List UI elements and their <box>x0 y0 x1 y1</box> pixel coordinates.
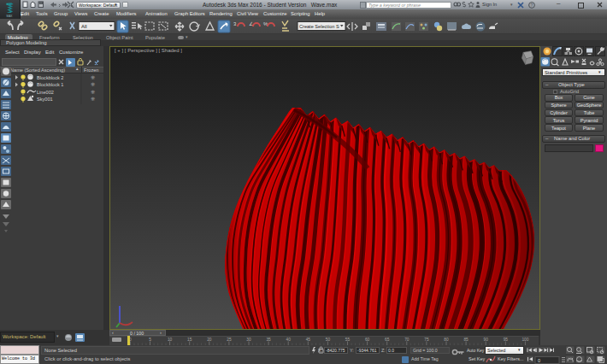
svg-text:Sky001: Sky001 <box>37 97 53 102</box>
svg-text:70: 70 <box>404 338 410 342</box>
svg-text:3: 3 <box>233 21 237 26</box>
svg-text:95: 95 <box>504 338 509 342</box>
svg-text:40: 40 <box>286 338 292 342</box>
svg-text:0: 0 <box>538 358 540 363</box>
svg-text:❋: ❋ <box>91 81 95 87</box>
svg-text:Blockblock 1: Blockblock 1 <box>37 82 63 87</box>
svg-text:20: 20 <box>207 338 212 342</box>
svg-text:80: 80 <box>444 338 449 342</box>
svg-text:Sign In: Sign In <box>482 2 497 7</box>
svg-text:55: 55 <box>345 338 351 342</box>
svg-text:❋: ❋ <box>91 89 95 95</box>
svg-text:100: 100 <box>522 338 528 342</box>
svg-text:Create Selection S: Create Selection S <box>299 24 339 29</box>
svg-text:30: 30 <box>246 338 251 342</box>
svg-text:5: 5 <box>149 338 151 342</box>
svg-text:MAX: MAX <box>7 15 14 18</box>
svg-text:75: 75 <box>424 338 429 342</box>
svg-text:?: ? <box>531 3 533 8</box>
svg-text:65: 65 <box>385 338 390 342</box>
svg-text:❋: ❋ <box>91 74 95 80</box>
svg-text:45: 45 <box>306 338 311 342</box>
svg-text:60: 60 <box>365 338 370 342</box>
svg-text:15: 15 <box>187 338 192 342</box>
svg-text:85: 85 <box>463 338 469 342</box>
svg-text:50: 50 <box>326 338 331 342</box>
svg-text:35: 35 <box>266 338 271 342</box>
svg-text:Line002: Line002 <box>37 90 54 95</box>
svg-text:90: 90 <box>484 338 489 342</box>
svg-text:10: 10 <box>168 338 173 342</box>
svg-text:Blockblock 2: Blockblock 2 <box>37 75 63 80</box>
svg-text:25: 25 <box>227 338 232 342</box>
svg-text:All: All <box>81 24 87 29</box>
svg-text:❋: ❋ <box>91 96 95 102</box>
